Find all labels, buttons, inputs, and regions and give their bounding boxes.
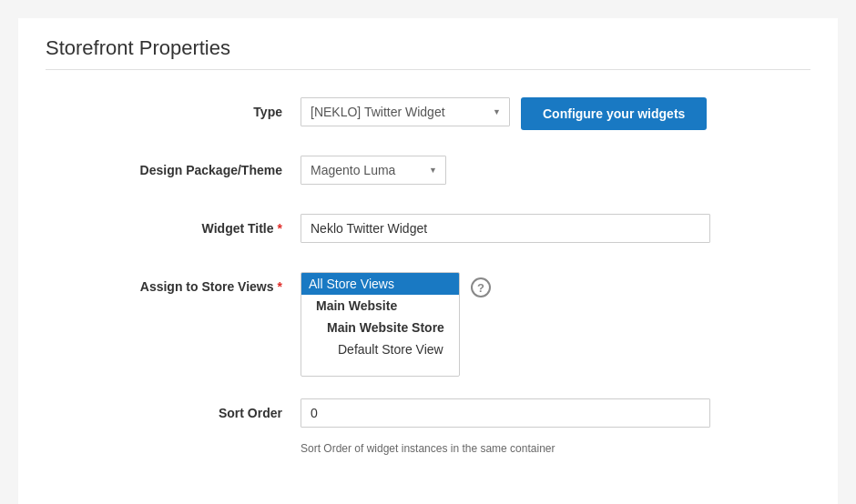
design-theme-field: Magento Luma	[301, 156, 810, 185]
assign-store-views-row: Assign to Store Views* All Store Views M…	[46, 272, 810, 377]
store-views-help-icon[interactable]: ?	[471, 277, 491, 297]
sort-order-label: Sort Order	[46, 398, 301, 420]
type-label: Type	[46, 97, 301, 119]
design-theme-select-wrapper: Magento Luma	[301, 156, 446, 185]
widget-title-required: *	[278, 221, 282, 236]
type-select-wrapper: [NEKLO] Twitter Widget	[301, 97, 510, 126]
assign-store-views-field: All Store Views Main Website Main Websit…	[301, 272, 810, 377]
storefront-properties-section: Storefront Properties Type [NEKLO] Twitt…	[18, 18, 838, 504]
type-select[interactable]: [NEKLO] Twitter Widget	[301, 97, 510, 126]
store-views-select[interactable]: All Store Views Main Website Main Websit…	[301, 272, 460, 377]
design-theme-row: Design Package/Theme Magento Luma	[46, 156, 810, 192]
type-field: [NEKLO] Twitter Widget Configure your wi…	[301, 97, 810, 130]
sort-order-field: Sort Order of widget instances in the sa…	[301, 398, 810, 455]
design-theme-select[interactable]: Magento Luma	[301, 156, 446, 185]
sort-order-input[interactable]	[301, 398, 710, 428]
widget-title-row: Widget Title*	[46, 214, 810, 250]
sort-order-hint: Sort Order of widget instances in the sa…	[301, 442, 555, 455]
design-theme-label: Design Package/Theme	[46, 156, 301, 177]
widget-title-input[interactable]	[301, 214, 710, 243]
assign-store-views-required: *	[278, 279, 282, 294]
type-row: Type [NEKLO] Twitter Widget Configure yo…	[46, 97, 810, 134]
widget-title-field	[301, 214, 810, 243]
form: Type [NEKLO] Twitter Widget Configure yo…	[46, 97, 810, 455]
widget-title-label: Widget Title*	[46, 214, 301, 236]
page-title: Storefront Properties	[46, 36, 810, 70]
assign-store-views-label: Assign to Store Views*	[46, 272, 301, 294]
configure-widgets-button[interactable]: Configure your widgets	[521, 97, 707, 130]
sort-order-row: Sort Order Sort Order of widget instance…	[46, 398, 810, 455]
